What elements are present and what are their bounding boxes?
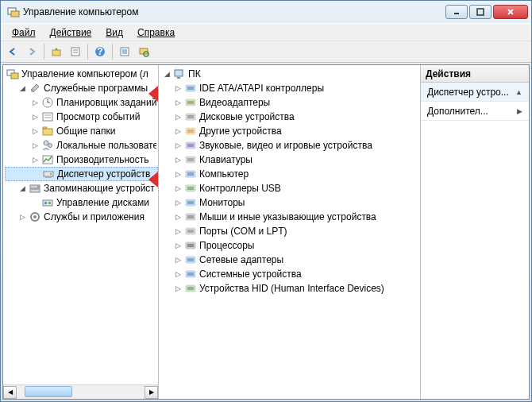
scroll-left-button[interactable]: ◀ <box>3 386 17 399</box>
actions-pane: Действия Диспетчер устро... ▲ Дополнител… <box>421 65 529 399</box>
scroll-track[interactable] <box>17 386 145 399</box>
expand-icon[interactable]: ▷ <box>173 226 183 236</box>
close-button[interactable] <box>493 5 528 19</box>
expand-icon[interactable]: ▷ <box>30 155 40 164</box>
disk-icon <box>184 110 197 123</box>
expand-icon[interactable]: ▷ <box>30 98 40 107</box>
device-category[interactable]: ▷Порты (COM и LPT) <box>160 224 420 238</box>
minimize-button[interactable] <box>445 5 468 19</box>
scroll-right-button[interactable]: ▶ <box>145 386 158 399</box>
collapse-arrow-icon: ▲ <box>515 88 522 96</box>
tree-item[interactable]: ▷Просмотр событий <box>5 110 158 124</box>
pc-icon <box>173 68 186 80</box>
device-category[interactable]: ▷Звуковые, видео и игровые устройства <box>160 138 420 153</box>
device-category[interactable]: ▷Дисковые устройства <box>160 110 420 124</box>
expand-icon[interactable]: ▷ <box>173 255 183 265</box>
monitor-icon <box>184 196 197 209</box>
svg-rect-40 <box>175 70 183 76</box>
svg-point-39 <box>33 215 37 218</box>
expand-icon[interactable]: ▷ <box>173 198 183 207</box>
scan-button[interactable] <box>135 43 152 60</box>
help-button[interactable]: ? <box>91 43 109 60</box>
device-category[interactable]: ▷Мониторы <box>160 195 420 210</box>
expand-icon[interactable]: ▷ <box>173 241 183 250</box>
expand-icon[interactable]: ▷ <box>173 269 183 279</box>
expand-icon[interactable]: ▷ <box>173 112 183 122</box>
maximize-button[interactable] <box>469 5 492 19</box>
tree-root[interactable]: Управление компьютером (л <box>5 67 158 81</box>
expand-icon[interactable]: ▷ <box>173 98 183 107</box>
expand-icon[interactable]: ▷ <box>30 126 40 136</box>
nav-back-button[interactable] <box>4 43 21 60</box>
services-icon <box>29 211 41 223</box>
tree-item[interactable]: ▷Производительность <box>5 153 158 167</box>
svg-rect-45 <box>187 101 194 104</box>
expand-icon[interactable]: ▷ <box>173 83 183 93</box>
refresh-button[interactable] <box>116 43 133 60</box>
up-button[interactable] <box>48 43 65 60</box>
expand-icon[interactable]: ▷ <box>30 112 40 122</box>
tree-item[interactable]: ▷Общие папки <box>5 124 158 138</box>
svg-point-26 <box>44 141 48 145</box>
svg-text:?: ? <box>97 46 102 57</box>
display-icon <box>184 96 197 109</box>
tree-storage[interactable]: ◢ Запоминающие устройст <box>5 181 158 195</box>
device-category[interactable]: ▷Сетевые адаптеры <box>160 253 420 267</box>
nav-forward-button[interactable] <box>23 43 40 60</box>
device-category[interactable]: ▷Другие устройства <box>160 124 420 138</box>
action-more[interactable]: Дополнител... ▶ <box>421 102 529 121</box>
app-window: Управление компьютером Файл Действие Вид… <box>0 0 532 402</box>
menu-file[interactable]: Файл <box>6 25 42 40</box>
expand-icon[interactable]: ▷ <box>173 141 183 150</box>
collapse-icon[interactable]: ◢ <box>162 69 172 79</box>
action-device-manager[interactable]: Диспетчер устро... ▲ <box>421 83 529 102</box>
svg-point-34 <box>37 186 39 187</box>
device-category[interactable]: ▷Устройства HID (Human Interface Devices… <box>160 281 420 296</box>
tree-item[interactable]: Диспетчер устройств <box>5 167 158 181</box>
svg-rect-30 <box>45 176 52 178</box>
tree-system-tools[interactable]: ◢ Служебные программы <box>5 81 158 95</box>
tree-item[interactable]: ▷Планировщик заданий <box>5 95 158 110</box>
collapse-icon[interactable]: ◢ <box>17 83 27 93</box>
device-category[interactable]: ▷IDE ATA/ATAPI контроллеры <box>160 81 420 95</box>
svg-rect-69 <box>187 273 194 276</box>
svg-rect-41 <box>177 77 180 79</box>
collapse-icon[interactable]: ◢ <box>17 184 27 193</box>
tree-item[interactable]: ▷Локальные пользовате <box>5 138 158 153</box>
device-category[interactable]: ▷Мыши и иные указывающие устройства <box>160 210 420 224</box>
device-category[interactable]: ▷Системные устройства <box>160 267 420 281</box>
tree-disk-mgmt[interactable]: Управление дисками <box>5 195 158 210</box>
window-title: Управление компьютером <box>23 6 445 17</box>
expand-icon[interactable]: ▷ <box>17 212 27 222</box>
menu-help[interactable]: Справка <box>131 25 181 40</box>
properties-button[interactable] <box>67 43 84 60</box>
disk-mgmt-icon <box>41 196 54 209</box>
expand-icon[interactable]: ▷ <box>173 126 183 136</box>
device-root[interactable]: ◢ ПК <box>160 67 420 81</box>
action-label: Дополнител... <box>427 106 488 117</box>
keyboard-icon <box>184 153 197 166</box>
svg-point-27 <box>48 144 52 148</box>
menu-action[interactable]: Действие <box>44 25 98 40</box>
expand-arrow-icon: ▶ <box>517 107 522 115</box>
expand-icon[interactable]: ▷ <box>173 169 183 179</box>
device-category[interactable]: ▷Процессоры <box>160 238 420 253</box>
toolbar-separator <box>87 44 88 60</box>
svg-point-18 <box>31 89 34 92</box>
device-category[interactable]: ▷Видеоадаптеры <box>160 95 420 110</box>
device-category[interactable]: ▷Компьютер <box>160 167 420 181</box>
svg-rect-49 <box>187 129 194 133</box>
expand-icon[interactable]: ▷ <box>173 212 183 222</box>
device-category[interactable]: ▷Контроллеры USB <box>160 181 420 195</box>
network-icon <box>184 253 197 266</box>
expand-icon[interactable]: ▷ <box>173 184 183 193</box>
tree-services[interactable]: ▷ Службы и приложения <box>5 210 158 224</box>
expand-icon[interactable]: ▷ <box>173 284 183 293</box>
menu-view[interactable]: Вид <box>99 25 129 40</box>
scroll-thumb[interactable] <box>25 386 72 397</box>
storage-icon <box>29 182 41 195</box>
sharedfolders-icon <box>41 125 54 137</box>
expand-icon[interactable]: ▷ <box>30 141 40 150</box>
device-category[interactable]: ▷Клавиатуры <box>160 153 420 167</box>
expand-icon[interactable]: ▷ <box>173 155 183 164</box>
